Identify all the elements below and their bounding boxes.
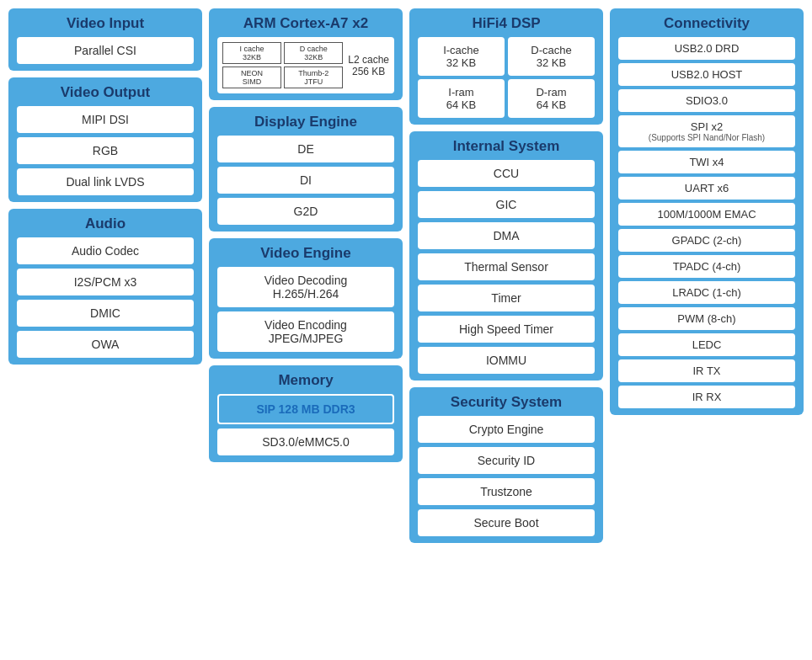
column-4: Connectivity USB2.0 DRD USB2.0 HOST SDIO… [610, 8, 804, 543]
arm-row-2: NEONSIMD Thumb-2JTFU [222, 67, 343, 88]
dsp-iram: I-ram 64 KB [418, 79, 505, 118]
video-encoding: Video Encoding JPEG/MJPEG [217, 311, 394, 352]
memory-block: Memory SIP 128 MB DDR3 SD3.0/eMMC5.0 [209, 365, 403, 462]
dsp-dram: D-ram 64 KB [508, 79, 595, 118]
video-output-title: Video Output [17, 84, 194, 101]
trustzone: Trustzone [418, 478, 595, 505]
usb2-host: USB2.0 HOST [618, 63, 795, 86]
tpadc: TPADC (4-ch) [618, 255, 795, 278]
ir-tx: IR TX [618, 359, 795, 382]
iommu: IOMMU [418, 347, 595, 374]
video-input-block: Video Input Parallel CSI [8, 8, 202, 71]
arm-row-1: I cache32KB D cache32KB [222, 42, 343, 64]
dsp-dcache: D-cache 32 KB [508, 37, 595, 76]
video-engine-block: Video Engine Video Decoding H.265/H.264 … [209, 238, 403, 359]
g2d-item: G2D [217, 198, 394, 225]
owa: OWA [17, 331, 194, 358]
parallel-csi: Parallel CSI [17, 37, 194, 64]
column-2: ARM Cortex-A7 x2 I cache32KB D cache32KB… [209, 8, 403, 543]
dma: DMA [418, 222, 595, 249]
audio-codec: Audio Codec [17, 237, 194, 264]
display-engine-title: Display Engine [217, 114, 394, 130]
spi-x2: SPI x2 (Supports SPI Nand/Nor Flash) [618, 115, 795, 147]
arm-thumb: Thumb-2JTFU [284, 67, 343, 88]
arm-icache: I cache32KB [222, 42, 281, 64]
thermal-sensor: Thermal Sensor [418, 253, 595, 280]
gpadc: GPADC (2-ch) [618, 229, 795, 252]
sdio3: SDIO3.0 [618, 89, 795, 112]
rgb: RGB [17, 137, 194, 164]
security-system-block: Security System Crypto Engine Security I… [409, 387, 603, 543]
i2s-pcm: I2S/PCM x3 [17, 269, 194, 295]
connectivity-title: Connectivity [618, 15, 795, 32]
crypto-engine: Crypto Engine [418, 416, 595, 443]
audio-title: Audio [17, 216, 194, 232]
high-speed-timer: High Speed Timer [418, 316, 595, 343]
arm-diagram: I cache32KB D cache32KB NEONSIMD Thumb-2… [222, 42, 343, 88]
connectivity-block: Connectivity USB2.0 DRD USB2.0 HOST SDIO… [610, 8, 804, 415]
security-system-title: Security System [418, 394, 595, 411]
gic: GIC [418, 191, 595, 218]
lradc: LRADC (1-ch) [618, 281, 795, 304]
video-input-title: Video Input [17, 15, 194, 32]
pwm: PWM (8-ch) [618, 307, 795, 330]
arm-inner: I cache32KB D cache32KB NEONSIMD Thumb-2… [217, 37, 394, 93]
internal-system-block: Internal System CCU GIC DMA Thermal Sens… [409, 131, 603, 381]
audio-block: Audio Audio Codec I2S/PCM x3 DMIC OWA [8, 209, 202, 365]
timer: Timer [418, 285, 595, 311]
memory-title: Memory [217, 372, 394, 389]
video-engine-title: Video Engine [217, 245, 394, 262]
emac: 100M/1000M EMAC [618, 203, 795, 226]
arm-title: ARM Cortex-A7 x2 [217, 15, 394, 32]
column-1: Video Input Parallel CSI Video Output MI… [8, 8, 202, 543]
mipi-dsi: MIPI DSI [17, 106, 194, 133]
arm-l2cache: L2 cache256 KB [348, 54, 389, 77]
dsp-grid: I-cache 32 KB D-cache 32 KB I-ram 64 KB … [418, 37, 595, 118]
usb2-drd: USB2.0 DRD [618, 37, 795, 60]
main-grid: Video Input Parallel CSI Video Output MI… [8, 8, 804, 543]
sd-emmc: SD3.0/eMMC5.0 [217, 428, 394, 455]
ccu: CCU [418, 160, 595, 187]
display-engine-block: Display Engine DE DI G2D [209, 107, 403, 232]
arm-block: ARM Cortex-A7 x2 I cache32KB D cache32KB… [209, 8, 403, 100]
dual-link-lvds: Dual link LVDS [17, 168, 194, 195]
arm-dcache: D cache32KB [284, 42, 343, 64]
video-decoding: Video Decoding H.265/H.264 [217, 267, 394, 307]
hifi4-block: HiFi4 DSP I-cache 32 KB D-cache 32 KB I-… [409, 8, 603, 125]
di-item: DI [217, 167, 394, 194]
de-item: DE [217, 136, 394, 162]
uart-x6: UART x6 [618, 177, 795, 200]
dmic: DMIC [17, 300, 194, 327]
dsp-icache: I-cache 32 KB [418, 37, 505, 76]
hifi4-title: HiFi4 DSP [418, 15, 595, 32]
sip-ddr3: SIP 128 MB DDR3 [217, 394, 394, 424]
secure-boot: Secure Boot [418, 509, 595, 536]
ir-rx: IR RX [618, 386, 795, 408]
arm-neon: NEONSIMD [222, 67, 281, 88]
video-output-block: Video Output MIPI DSI RGB Dual link LVDS [8, 77, 202, 202]
ledc: LEDC [618, 333, 795, 356]
twi-x4: TWI x4 [618, 151, 795, 173]
security-id: Security ID [418, 447, 595, 474]
internal-system-title: Internal System [418, 138, 595, 155]
column-3: HiFi4 DSP I-cache 32 KB D-cache 32 KB I-… [409, 8, 603, 543]
